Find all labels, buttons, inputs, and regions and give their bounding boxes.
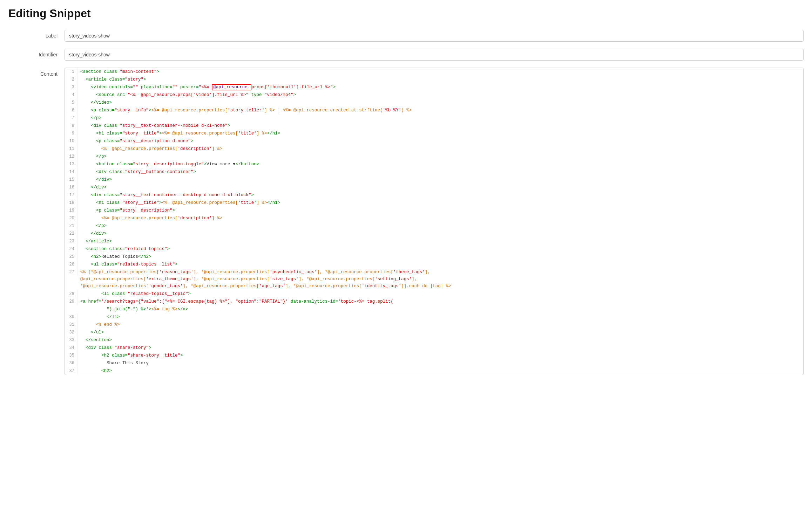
page-container: Editing Snippet Label Identifier Content… <box>0 0 812 382</box>
code-line-29: 29 <a href='/search?tags={"value":["<%= … <box>65 298 803 305</box>
code-line-12: 12 </p> <box>65 153 803 160</box>
code-line-11: 11 <%= @api_resource.properties['descrip… <box>65 145 803 153</box>
code-editor[interactable]: 1 <section class="main-content"> 2 <arti… <box>65 68 804 375</box>
code-line-28: 28 <li class="related-topics__topic"> <box>65 290 803 298</box>
code-line-8: 8 <div class="story__text-container--mob… <box>65 122 803 130</box>
code-line-25: 25 <h2>Related Topics</h2> <box>65 253 803 261</box>
identifier-row: Identifier <box>8 49 804 61</box>
code-line-7: 7 </p> <box>65 114 803 122</box>
code-line-6: 6 <p class="story__info"><%= @api_resour… <box>65 106 803 114</box>
label-input[interactable] <box>65 30 804 42</box>
code-line-4: 4 <source src="<%= @api_resource.props['… <box>65 91 803 99</box>
code-line-19: 19 <p class="story__description"> <box>65 207 803 214</box>
code-line-22: 22 </div> <box>65 230 803 237</box>
code-line-10: 10 <p class="story__description d-none"> <box>65 137 803 145</box>
code-line-35: 35 <h2 class="share-story__title"> <box>65 352 803 359</box>
code-line-13: 13 <button class="story__description-tog… <box>65 160 803 168</box>
label-label: Label <box>8 33 65 39</box>
code-line-26: 26 <ul class="related-topics__list"> <box>65 261 803 268</box>
code-line-36: 36 Share This Story <box>65 359 803 367</box>
code-line-17: 17 <div class="story__text-container--de… <box>65 191 803 199</box>
page-title: Editing Snippet <box>8 7 804 20</box>
content-row: Content 1 <section class="main-content">… <box>8 68 804 375</box>
code-line-9: 9 <h1 class="story__title"><%= @api_reso… <box>65 130 803 137</box>
code-line-27: 27 <% [*@api_resource.properties['reason… <box>65 268 803 290</box>
code-line-16: 16 </div> <box>65 184 803 191</box>
content-label: Content <box>8 68 65 77</box>
label-row: Label <box>8 30 804 42</box>
code-line-24: 24 <section class="related-topics"> <box>65 245 803 253</box>
identifier-input[interactable] <box>65 49 804 61</box>
code-line-37: 37 <h2> <box>65 367 803 375</box>
code-line-21: 21 </p> <box>65 222 803 230</box>
identifier-label: Identifier <box>8 52 65 57</box>
code-line-30: 30 </li> <box>65 313 803 321</box>
code-line-14: 14 <div class="story__buttons-container"… <box>65 168 803 176</box>
code-line-34: 34 <div class="share-story"> <box>65 344 803 352</box>
code-line-3: 3 <video controls="" playsinline="" post… <box>65 83 803 91</box>
code-line-31: 31 <% end %> <box>65 321 803 329</box>
code-line-5: 5 </video> <box>65 99 803 106</box>
code-line-30-text: ").join("-") %>'><%= tag %></a> <box>65 305 803 313</box>
code-line-32: 32 </ul> <box>65 329 803 336</box>
code-line-20: 20 <%= @api_resource.properties['descrip… <box>65 214 803 222</box>
code-line-15: 15 </div> <box>65 176 803 184</box>
code-line-18: 18 <h1 class="story__title"><%= @api_res… <box>65 199 803 207</box>
code-line-2: 2 <article class="story"> <box>65 76 803 83</box>
code-line-1: 1 <section class="main-content"> <box>65 68 803 76</box>
code-line-23: 23 </article> <box>65 237 803 245</box>
code-line-33: 33 </section> <box>65 336 803 344</box>
